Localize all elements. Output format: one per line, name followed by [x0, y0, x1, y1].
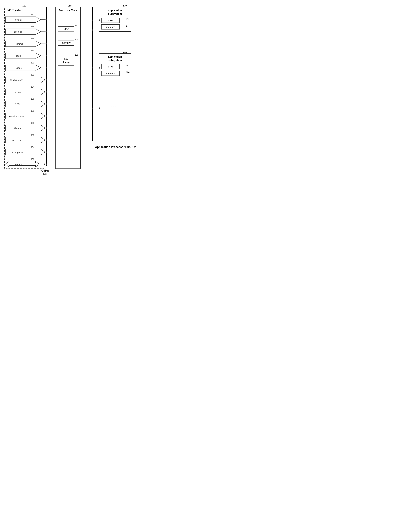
subsys-184-memory-box: memory: [101, 71, 120, 76]
subsys-182-cpu-box: CPU: [101, 64, 120, 69]
io-bus-line: [46, 7, 47, 166]
subsys-170-title: applicationsubsystem: [99, 7, 131, 16]
sc-memory-box: memory: [58, 40, 74, 46]
security-core-number: 150: [68, 4, 71, 7]
sc-cpu-number: 152: [75, 24, 78, 27]
subsystem-170-box: applicationsubsystem CPU 172 memory 174: [99, 7, 131, 32]
subsys-184-memory-number: 184: [126, 71, 130, 73]
security-core-label: Security Core: [56, 8, 80, 12]
io-system-label: I/O System: [7, 8, 23, 12]
sc-keystorage-box: keystorage: [58, 56, 74, 66]
subsys-170-number: 170: [123, 4, 127, 7]
app-bus-label: Application Processor Bus 160: [95, 145, 136, 149]
subsystem-180-box: applicationsubsystem CPU 182 memory 184: [99, 53, 131, 78]
sc-memory-number: 154: [75, 38, 78, 41]
subsys-174-memory-box: memory: [101, 24, 120, 30]
diagram-container: 110 I/O System 150 Security Core 152 CPU…: [0, 0, 139, 185]
io-system-box: [4, 7, 45, 169]
subsys-172-cpu-box: CPU: [101, 18, 120, 23]
sc-keystorage-number: 156: [75, 54, 78, 56]
subsys-174-memory-number: 174: [126, 25, 130, 27]
sc-cpu-box: CPU: [58, 26, 74, 32]
io-bus-label: I/O Bus 140: [40, 169, 49, 176]
io-system-number: 110: [22, 4, 26, 7]
ellipsis: ...: [111, 103, 117, 108]
subsys-180-title: applicationsubsystem: [99, 54, 131, 63]
subsys-182-cpu-number: 182: [126, 64, 130, 67]
app-bus-line: [92, 7, 93, 141]
subsys-172-cpu-number: 172: [126, 18, 130, 20]
svg-marker-115: [99, 107, 100, 109]
